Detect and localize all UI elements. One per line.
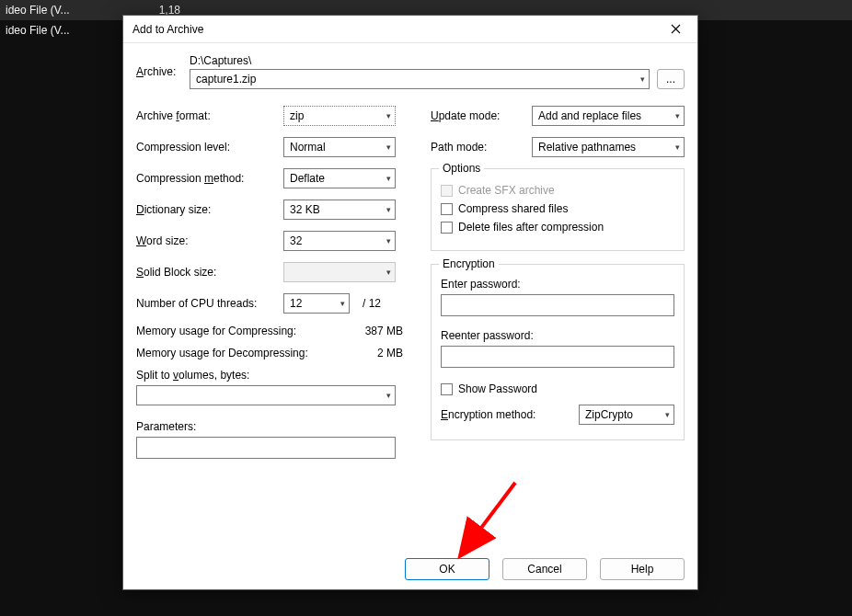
options-legend: Options bbox=[439, 162, 484, 175]
encryption-group: Encryption Enter password: Reenter passw… bbox=[431, 264, 685, 440]
cpu-threads-select[interactable]: 12 ▾ bbox=[283, 293, 350, 314]
encryption-method-label: Encryption method: bbox=[441, 408, 579, 421]
compression-level-select[interactable]: Normal ▾ bbox=[283, 137, 396, 157]
word-size-select[interactable]: 32 ▾ bbox=[283, 231, 396, 251]
chevron-down-icon: ▾ bbox=[665, 410, 670, 419]
chevron-down-icon: ▾ bbox=[386, 174, 391, 183]
split-volumes-label: Split to volumes, bytes: bbox=[136, 369, 403, 382]
chevron-down-icon: ▾ bbox=[386, 236, 391, 245]
dialog-title: Add to Archive bbox=[132, 23, 657, 36]
archive-filename: capture1.zip bbox=[196, 73, 640, 86]
chevron-down-icon: ▾ bbox=[675, 111, 680, 120]
dictionary-size-label: Dictionary size: bbox=[136, 203, 283, 216]
chevron-down-icon: ▾ bbox=[386, 111, 391, 120]
chevron-down-icon: ▾ bbox=[386, 391, 391, 400]
path-mode-label: Path mode: bbox=[431, 141, 532, 154]
encryption-legend: Encryption bbox=[439, 257, 499, 270]
cpu-threads-label: Number of CPU threads: bbox=[136, 297, 283, 310]
bg-file-name: ideo File (V... bbox=[6, 24, 125, 37]
mem-compress-label: Memory usage for Compressing: bbox=[136, 325, 348, 337]
update-mode-label: Update mode: bbox=[431, 109, 532, 122]
compression-method-select[interactable]: Deflate ▾ bbox=[283, 168, 396, 188]
cancel-button[interactable]: Cancel bbox=[502, 558, 587, 580]
enter-password-input[interactable] bbox=[441, 294, 674, 316]
create-sfx-checkbox: Create SFX archive bbox=[441, 184, 674, 197]
update-mode-select[interactable]: Add and replace files ▾ bbox=[532, 106, 685, 126]
bg-file-name: ideo File (V... bbox=[6, 4, 125, 17]
chevron-down-icon: ▾ bbox=[386, 205, 391, 214]
path-mode-select[interactable]: Relative pathnames ▾ bbox=[532, 137, 685, 157]
word-size-label: Word size: bbox=[136, 234, 283, 247]
mem-compress-value: 387 MB bbox=[348, 325, 403, 337]
reenter-password-input[interactable] bbox=[441, 346, 674, 368]
add-to-archive-dialog: Add to Archive Archive: D:\Captures\ cap… bbox=[122, 15, 698, 590]
archive-format-label: Archive format: bbox=[136, 109, 283, 122]
split-volumes-combo[interactable]: ▾ bbox=[136, 385, 396, 405]
dictionary-size-select[interactable]: 32 KB ▾ bbox=[283, 200, 396, 220]
chevron-down-icon: ▾ bbox=[386, 143, 391, 152]
checkbox-icon bbox=[441, 383, 453, 395]
compression-method-label: Compression method: bbox=[136, 172, 283, 185]
browse-button[interactable]: ... bbox=[657, 69, 685, 89]
ok-button[interactable]: OK bbox=[405, 558, 489, 580]
checkbox-icon bbox=[441, 185, 453, 197]
help-button[interactable]: Help bbox=[600, 558, 685, 580]
encryption-method-select[interactable]: ZipCrypto ▾ bbox=[579, 405, 674, 425]
reenter-password-label: Reenter password: bbox=[441, 329, 674, 342]
delete-after-checkbox[interactable]: Delete files after compression bbox=[441, 221, 674, 234]
cpu-threads-total: / 12 bbox=[363, 297, 381, 310]
archive-label: Archive: bbox=[136, 65, 180, 78]
enter-password-label: Enter password: bbox=[441, 278, 674, 291]
compress-shared-checkbox[interactable]: Compress shared files bbox=[441, 202, 674, 215]
chevron-down-icon: ▾ bbox=[386, 268, 391, 277]
archive-filename-combo[interactable]: capture1.zip ▾ bbox=[190, 69, 650, 89]
mem-decompress-label: Memory usage for Decompressing: bbox=[136, 347, 348, 359]
show-password-checkbox[interactable]: Show Password bbox=[441, 382, 674, 395]
options-group: Options Create SFX archive Compress shar… bbox=[431, 168, 685, 251]
archive-format-select[interactable]: zip ▾ bbox=[283, 106, 396, 126]
compression-level-label: Compression level: bbox=[136, 141, 283, 154]
chevron-down-icon: ▾ bbox=[640, 74, 645, 84]
parameters-input[interactable] bbox=[136, 437, 396, 459]
mem-decompress-value: 2 MB bbox=[348, 347, 403, 359]
solid-block-label: Solid Block size: bbox=[136, 266, 283, 279]
chevron-down-icon: ▾ bbox=[675, 143, 680, 152]
close-icon[interactable] bbox=[657, 17, 694, 42]
titlebar: Add to Archive bbox=[123, 16, 697, 43]
chevron-down-icon: ▾ bbox=[340, 299, 345, 308]
checkbox-icon bbox=[441, 203, 453, 215]
checkbox-icon bbox=[441, 222, 453, 234]
parameters-label: Parameters: bbox=[136, 420, 403, 433]
solid-block-select: ▾ bbox=[283, 262, 396, 282]
archive-path: D:\Captures\ bbox=[190, 54, 685, 67]
